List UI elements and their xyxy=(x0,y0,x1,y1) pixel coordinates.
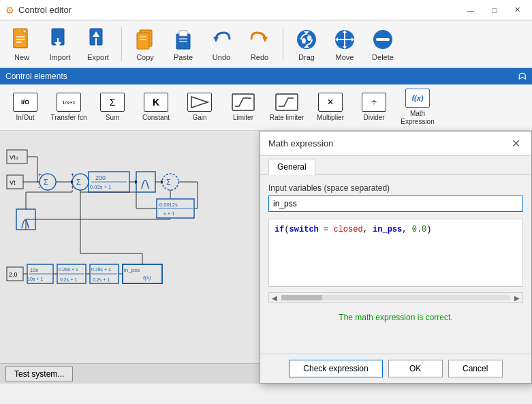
toolbar-import[interactable]: Import xyxy=(42,24,78,65)
svg-rect-16 xyxy=(179,31,187,36)
toolbar-sep-2 xyxy=(283,27,283,61)
ctrl-inout[interactable]: I/O In/Out xyxy=(4,87,46,128)
new-label: New xyxy=(14,53,29,61)
constant-label: Constant xyxy=(142,114,170,122)
toolbar-redo[interactable]: Redo xyxy=(242,24,277,65)
gain-icon xyxy=(187,93,212,112)
paste-label: Paste xyxy=(174,53,193,61)
toolbar-sep-1 xyxy=(121,27,122,61)
gain-label: Gain xyxy=(192,114,206,122)
ctrl-transfer[interactable]: 1/s+1 Transfer fcn xyxy=(48,87,90,128)
ctrl-multiplier[interactable]: × Multiplier xyxy=(309,87,351,128)
toolbar-copy[interactable]: Copy xyxy=(127,24,163,65)
svg-rect-35 xyxy=(276,94,298,110)
dialog-header: Math expression ✕ xyxy=(260,131,531,156)
svg-rect-12 xyxy=(137,33,149,49)
multiplier-icon: × xyxy=(318,93,343,112)
check-expression-button[interactable]: Check expression xyxy=(289,360,382,377)
tab-general[interactable]: General xyxy=(268,159,315,175)
copy-icon xyxy=(133,27,157,52)
scroll-right-button[interactable]: ▶ xyxy=(512,294,522,302)
main-toolbar: New Import Export xyxy=(0,20,532,68)
ctrl-constant[interactable]: K Constant xyxy=(135,87,177,128)
dialog-footer: Check expression OK Cancel xyxy=(260,354,531,383)
toolbar-drag[interactable]: Drag xyxy=(289,24,324,65)
cancel-button[interactable]: Cancel xyxy=(448,360,503,377)
success-message: The math expression is correct. xyxy=(268,309,523,326)
svg-marker-19 xyxy=(213,37,219,42)
toolbar-delete[interactable]: Delete xyxy=(365,24,401,65)
import-label: Import xyxy=(49,53,70,61)
import-icon xyxy=(48,27,72,52)
ok-button[interactable]: OK xyxy=(388,360,443,377)
transfer-icon: 1/s+1 xyxy=(57,93,81,112)
ctrl-divider[interactable]: ÷ Divider xyxy=(353,87,395,128)
ctrl-math-expr[interactable]: f(x) Math Expression xyxy=(396,87,439,128)
toolbar-export[interactable]: Export xyxy=(80,24,116,65)
title-bar: ⚙ Control editor — □ ✕ xyxy=(0,0,532,20)
move-icon xyxy=(332,27,357,52)
constant-icon: K xyxy=(144,93,168,112)
maximize-button[interactable]: □ xyxy=(486,4,503,16)
dialog-title: Math expression xyxy=(268,138,333,149)
toolbar-move[interactable]: Move xyxy=(327,24,362,65)
control-elements-toolbar: I/O In/Out 1/s+1 Transfer fcn Σ Sum K Co… xyxy=(0,84,532,131)
limiter-icon xyxy=(231,93,255,112)
minimize-button[interactable]: — xyxy=(460,4,480,16)
delete-icon xyxy=(371,27,395,52)
delete-label: Delete xyxy=(372,53,394,61)
ctrl-gain[interactable]: Gain xyxy=(178,87,221,128)
paste-icon xyxy=(171,27,195,52)
math-expr-icon: f(x) xyxy=(405,89,430,108)
divider-icon: ÷ xyxy=(362,93,386,112)
app-title: Control editor xyxy=(18,5,460,15)
multiplier-label: Multiplier xyxy=(317,114,344,122)
export-label: Export xyxy=(87,53,109,61)
sum-icon: Σ xyxy=(100,93,125,112)
toolbar-undo[interactable]: Undo xyxy=(204,24,239,65)
input-vars-field[interactable] xyxy=(268,196,523,212)
app-icon: ⚙ xyxy=(5,5,14,16)
undo-label: Undo xyxy=(213,53,230,61)
pin-icon[interactable]: ᗣ xyxy=(518,71,527,82)
dialog-body: Input variables (space separated) if(swi… xyxy=(260,175,531,335)
scroll-thumb[interactable] xyxy=(281,295,322,300)
limiter-label: Limiter xyxy=(233,114,253,122)
close-button[interactable]: ✕ xyxy=(508,4,527,16)
math-expr-label: Math Expression xyxy=(398,110,437,126)
ctrl-limiter[interactable]: Limiter xyxy=(222,87,264,128)
move-label: Move xyxy=(336,53,354,61)
kw-switch: switch xyxy=(290,225,319,234)
svg-rect-34 xyxy=(232,94,254,110)
dialog-close-button[interactable]: ✕ xyxy=(509,137,523,150)
drag-label: Drag xyxy=(298,53,315,61)
ctrl-sum[interactable]: Σ Sum xyxy=(91,87,134,128)
transfer-label: Transfer fcn xyxy=(51,114,87,122)
math-expression-dialog: Math expression ✕ General Input variable… xyxy=(260,131,532,384)
kw-if: if xyxy=(275,225,284,234)
redo-label: Redo xyxy=(251,53,268,61)
scroll-track[interactable] xyxy=(281,295,510,300)
sum-label: Sum xyxy=(106,114,120,122)
code-editor[interactable]: if(switch = closed, in_pss, 0.0) xyxy=(268,219,523,287)
toolbar-new[interactable]: New xyxy=(4,24,40,65)
inout-label: In/Out xyxy=(16,114,34,122)
ctrl-rate-limiter[interactable]: Rate limiter xyxy=(266,87,308,128)
export-icon xyxy=(86,27,110,52)
toolbar-paste[interactable]: Paste xyxy=(166,24,201,65)
redo-icon xyxy=(247,27,272,52)
svg-point-22 xyxy=(302,38,306,44)
divider-label: Divider xyxy=(363,114,384,122)
svg-point-23 xyxy=(307,35,311,41)
svg-rect-32 xyxy=(376,38,390,41)
input-vars-label: Input variables (space separated) xyxy=(268,183,523,193)
horizontal-scrollbar[interactable]: ◀ ▶ xyxy=(268,292,523,303)
control-bar-label: Control elements xyxy=(5,72,67,81)
drag-icon xyxy=(294,27,319,52)
undo-icon xyxy=(209,27,234,52)
rate-limiter-icon xyxy=(275,93,299,112)
rate-limiter-label: Rate limiter xyxy=(270,114,304,122)
kw-in-pss: in_pss xyxy=(373,225,402,234)
scroll-left-button[interactable]: ◀ xyxy=(269,294,280,302)
modal-overlay: Math expression ✕ General Input variable… xyxy=(0,131,532,384)
